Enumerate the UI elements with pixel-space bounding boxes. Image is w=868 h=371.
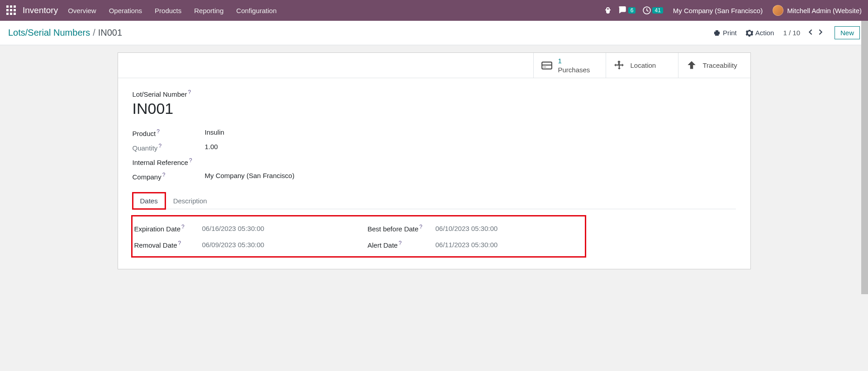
print-button[interactable]: Print xyxy=(713,29,737,37)
help-icon[interactable]: ? xyxy=(188,89,191,95)
help-icon[interactable]: ? xyxy=(398,240,402,246)
purchases-count: 1 xyxy=(558,56,590,66)
nav-configuration[interactable]: Configuration xyxy=(236,7,276,14)
breadcrumb-sep: / xyxy=(93,28,95,38)
control-panel: Lots/Serial Numbers / IN001 Print Action… xyxy=(0,21,868,45)
company-value[interactable]: My Company (San Francisco) xyxy=(205,172,431,179)
company-selector[interactable]: My Company (San Francisco) xyxy=(673,7,763,14)
lot-number-value[interactable]: IN001 xyxy=(133,100,736,117)
alert-date-value[interactable]: 06/11/2023 05:30:00 xyxy=(436,241,583,249)
breadcrumb-root[interactable]: Lots/Serial Numbers xyxy=(8,28,90,38)
pager-next[interactable] xyxy=(816,27,825,38)
help-icon[interactable]: ? xyxy=(178,240,181,246)
traceability-label: Traceability xyxy=(703,61,737,69)
location-label: Location xyxy=(631,61,656,69)
removal-date-label: Removal Date xyxy=(134,241,177,249)
pager-prev[interactable] xyxy=(806,27,816,38)
avatar xyxy=(773,5,783,16)
user-name: Mitchell Admin (Website) xyxy=(787,7,862,14)
activities-icon[interactable]: 41 xyxy=(643,6,663,14)
best-before-date-value[interactable]: 06/10/2023 05:30:00 xyxy=(436,225,583,232)
alert-date-label: Alert Date xyxy=(368,241,398,249)
nav-reporting[interactable]: Reporting xyxy=(194,7,223,14)
nav-products[interactable]: Products xyxy=(155,7,181,14)
form-container: 1 Purchases Location Traceability Lot/Se… xyxy=(0,45,868,287)
purchases-label: Purchases xyxy=(558,66,590,75)
expiration-date-label: Expiration Date xyxy=(134,225,181,233)
breadcrumb: Lots/Serial Numbers / IN001 xyxy=(8,28,122,38)
new-button[interactable]: New xyxy=(835,26,860,39)
best-before-date-label: Best before Date xyxy=(368,225,419,233)
tab-description[interactable]: Description xyxy=(166,193,215,209)
help-icon[interactable]: ? xyxy=(419,224,422,230)
scrollbar[interactable] xyxy=(861,21,868,287)
nav-overview[interactable]: Overview xyxy=(68,7,96,14)
breadcrumb-current: IN001 xyxy=(98,28,122,38)
help-icon[interactable]: ? xyxy=(189,157,192,164)
help-icon[interactable]: ? xyxy=(158,143,161,149)
dates-grid: Expiration Date? 06/16/2023 05:30:00 Bes… xyxy=(133,216,585,256)
removal-date-value[interactable]: 06/09/2023 05:30:00 xyxy=(202,241,350,249)
form-sheet: 1 Purchases Location Traceability Lot/Se… xyxy=(118,52,751,269)
user-menu[interactable]: Mitchell Admin (Website) xyxy=(773,5,862,16)
pager-count[interactable]: 1 / 10 xyxy=(783,29,800,37)
help-icon[interactable]: ? xyxy=(157,128,160,135)
stat-traceability[interactable]: Traceability xyxy=(678,53,750,78)
quantity-label: Quantity xyxy=(133,144,158,152)
button-box: 1 Purchases Location Traceability xyxy=(118,53,750,78)
tab-dates[interactable]: Dates xyxy=(133,193,166,209)
internal-ref-label: Internal Reference xyxy=(133,159,188,166)
lot-number-label: Lot/Serial Number xyxy=(133,90,187,98)
help-icon[interactable]: ? xyxy=(181,224,185,230)
activities-badge: 41 xyxy=(652,7,663,14)
stat-location[interactable]: Location xyxy=(606,53,678,78)
company-label: Company xyxy=(133,173,161,181)
debug-icon[interactable] xyxy=(604,7,612,14)
expiration-date-value[interactable]: 06/16/2023 05:30:00 xyxy=(202,225,350,232)
tab-content: Expiration Date? 06/16/2023 05:30:00 Bes… xyxy=(133,209,736,258)
stat-purchases[interactable]: 1 Purchases xyxy=(533,53,606,78)
pager: 1 / 10 xyxy=(783,27,825,38)
product-label: Product xyxy=(133,130,156,137)
app-name[interactable]: Inventory xyxy=(23,5,58,15)
main-navbar: Inventory Overview Operations Products R… xyxy=(0,0,868,21)
action-button[interactable]: Action xyxy=(746,29,774,37)
sheet-content: Lot/Serial Number? IN001 Product? Insuli… xyxy=(118,78,750,269)
product-value[interactable]: Insulin xyxy=(205,128,431,136)
messages-icon[interactable]: 6 xyxy=(619,6,636,14)
messages-badge: 6 xyxy=(628,7,636,14)
tabs: Dates Description xyxy=(133,193,736,209)
title-group: Lot/Serial Number? IN001 xyxy=(133,89,736,117)
notebook: Dates Description Expiration Date? 06/16… xyxy=(133,193,736,258)
quantity-value: 1.00 xyxy=(205,143,431,150)
apps-menu-icon[interactable] xyxy=(6,5,16,15)
help-icon[interactable]: ? xyxy=(162,172,166,178)
nav-operations[interactable]: Operations xyxy=(109,7,142,14)
